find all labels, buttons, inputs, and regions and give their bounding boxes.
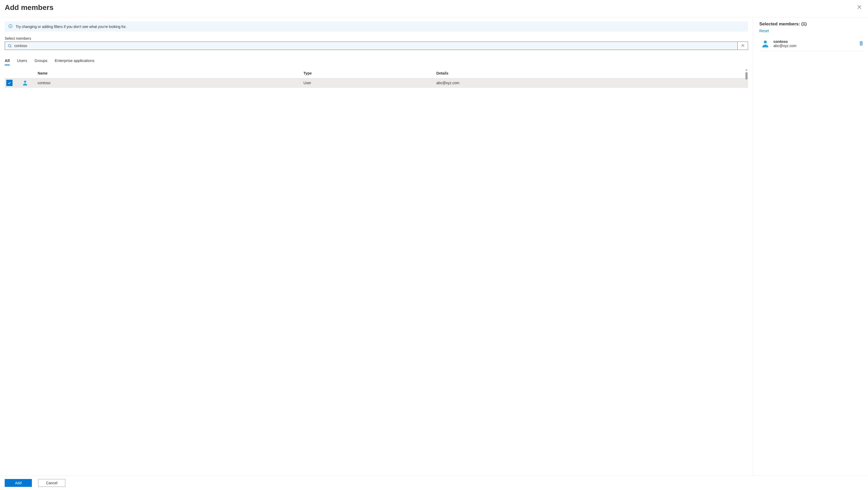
results-column-headers: Name Type Details bbox=[5, 68, 748, 78]
selected-member-item: contoso abc@xyz.com bbox=[759, 37, 865, 51]
row-type: User bbox=[303, 81, 436, 85]
svg-point-11 bbox=[764, 40, 767, 44]
reset-link[interactable]: Reset bbox=[759, 29, 865, 33]
clear-search-button[interactable] bbox=[737, 42, 748, 50]
tab-all[interactable]: All bbox=[5, 57, 10, 65]
row-name: contoso bbox=[38, 81, 303, 85]
row-details: abc@xyz.com bbox=[436, 81, 746, 85]
search-input[interactable] bbox=[14, 42, 737, 50]
search-icon bbox=[5, 42, 14, 50]
svg-line-6 bbox=[10, 47, 11, 47]
info-bar: Try changing or adding filters if you do… bbox=[5, 22, 748, 32]
user-icon bbox=[22, 80, 38, 86]
close-icon bbox=[857, 5, 862, 10]
trash-icon bbox=[859, 42, 863, 47]
info-icon bbox=[8, 24, 12, 29]
search-label: Select members bbox=[5, 36, 748, 40]
selected-member-name: contoso bbox=[773, 39, 855, 44]
svg-point-4 bbox=[10, 25, 11, 26]
svg-point-10 bbox=[24, 81, 26, 83]
column-header-type: Type bbox=[303, 71, 436, 75]
table-row[interactable]: contoso User abc@xyz.com bbox=[5, 78, 748, 88]
svg-marker-9 bbox=[745, 69, 748, 70]
tab-users[interactable]: Users bbox=[17, 57, 27, 65]
tab-groups[interactable]: Groups bbox=[34, 57, 47, 65]
filter-tabs: All Users Groups Enterprise applications bbox=[5, 57, 748, 65]
selected-members-list: contoso abc@xyz.com bbox=[759, 37, 865, 474]
info-text: Try changing or adding filters if you do… bbox=[16, 25, 126, 29]
scrollbar[interactable] bbox=[745, 68, 748, 80]
page-title: Add members bbox=[5, 3, 54, 12]
row-checkbox[interactable] bbox=[6, 80, 12, 86]
user-icon bbox=[761, 39, 770, 48]
remove-selected-button[interactable] bbox=[858, 40, 864, 48]
column-header-name: Name bbox=[38, 71, 303, 75]
add-button[interactable]: Add bbox=[5, 479, 32, 487]
close-button[interactable] bbox=[856, 3, 863, 12]
search-box[interactable] bbox=[5, 41, 748, 50]
tab-enterprise-applications[interactable]: Enterprise applications bbox=[55, 57, 95, 65]
selected-member-details: abc@xyz.com bbox=[773, 44, 855, 48]
x-icon bbox=[741, 44, 745, 48]
column-header-details: Details bbox=[436, 71, 746, 75]
cancel-button[interactable]: Cancel bbox=[38, 479, 65, 487]
selected-members-heading: Selected members: (1) bbox=[759, 22, 865, 27]
results-area: Name Type Details bbox=[5, 68, 748, 474]
svg-point-5 bbox=[8, 44, 10, 47]
